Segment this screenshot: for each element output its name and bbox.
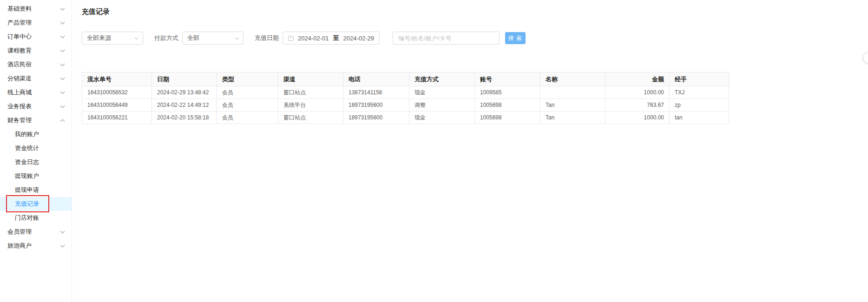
sidebar-item-course-education[interactable]: 课程教育 — [0, 44, 72, 58]
source-select[interactable]: 全部来源 — [82, 32, 143, 45]
chevron-down-icon — [60, 34, 65, 39]
chevron-down-icon — [60, 76, 65, 80]
payment-select-value: 全部 — [187, 34, 199, 42]
cell-method: 现金 — [409, 112, 475, 124]
sidebar-item-product-management[interactable]: 产品管理 — [0, 16, 72, 30]
chevron-down-icon — [135, 35, 138, 39]
cell-channel: 窗口站点 — [278, 86, 343, 99]
chevron-down-icon — [60, 6, 65, 11]
chevron-down-icon — [60, 20, 65, 25]
date-end-value: 2024-02-29 — [343, 35, 375, 42]
cell-serial: 1643100056221 — [82, 112, 152, 124]
source-select-value: 全部来源 — [87, 34, 111, 42]
cell-amount: 763.67 — [605, 99, 670, 112]
sidebar-item-label: 旅游商户 — [7, 242, 32, 250]
cell-method: 现金 — [409, 86, 475, 99]
payment-method-select[interactable]: 全部 — [182, 32, 243, 45]
sidebar-item-hotel-homestay[interactable]: 酒店民宿 — [0, 58, 72, 72]
table-row: 1643100056532 2024-02-29 13:48:42 会员 窗口站… — [82, 86, 729, 99]
sidebar-item-recharge-records[interactable]: 充值记录 — [0, 197, 72, 211]
sidebar-item-label: 基础资料 — [7, 5, 32, 13]
date-start-value: 2024-02-01 — [298, 35, 329, 42]
chevron-down-icon — [60, 62, 65, 66]
column-header-handler: 经手 — [670, 72, 729, 86]
column-header-amount: 金额 — [605, 72, 670, 86]
date-range-separator: 至 — [333, 34, 339, 42]
sidebar-item-label: 资金日志 — [15, 158, 39, 166]
column-header-name: 名称 — [540, 72, 605, 86]
recharge-records-table: 流水单号 日期 类型 渠道 电话 充值方式 账号 名称 金额 经手 164310… — [82, 72, 729, 124]
cell-handler: TXJ — [670, 86, 729, 99]
sidebar-item-label: 资金统计 — [15, 144, 39, 152]
table-header-row: 流水单号 日期 类型 渠道 电话 充值方式 账号 名称 金额 经手 — [82, 72, 729, 86]
chevron-down-icon — [60, 48, 65, 53]
payment-method-label: 付款方式 — [154, 34, 178, 42]
filter-bar: 全部来源 付款方式 全部 充值日期 2024-02-01 至 2024-02-2… — [82, 32, 868, 45]
chevron-down-icon — [60, 90, 65, 94]
sidebar-item-distribution-channel[interactable]: 分销渠道 — [0, 72, 72, 85]
chevron-down-icon — [60, 104, 65, 108]
cell-account: 1009585 — [475, 86, 540, 99]
cell-handler: zp — [670, 99, 729, 112]
cell-phone: 18973195600 — [343, 99, 409, 112]
sidebar-item-store-reconciliation[interactable]: 门店对账 — [0, 211, 72, 225]
date-range-picker[interactable]: 2024-02-01 至 2024-02-29 — [283, 32, 380, 45]
cell-channel: 系统平台 — [278, 99, 343, 112]
cell-name: Tan — [540, 99, 605, 112]
sidebar-item-label: 门店对账 — [15, 214, 39, 222]
sidebar-item-label: 我的账户 — [15, 130, 39, 138]
sidebar-item-travel-merchant[interactable]: 旅游商户 — [0, 239, 72, 253]
sidebar: 基础资料 产品管理 订单中心 课程教育 酒店民宿 分销渠道 线上商城 业务报表 — [0, 0, 72, 302]
sidebar-item-label: 提现账户 — [15, 172, 39, 180]
cell-type: 会员 — [217, 86, 278, 99]
sidebar-item-fund-statistics[interactable]: 资金统计 — [0, 141, 72, 155]
cell-name: Tan — [540, 112, 605, 124]
sidebar-item-basic-data[interactable]: 基础资料 — [0, 2, 72, 16]
cell-phone: 18973195600 — [343, 112, 409, 124]
cell-phone: 13873141156 — [343, 86, 409, 99]
sidebar-item-label: 产品管理 — [7, 19, 32, 27]
sidebar-item-withdraw-account[interactable]: 提现账户 — [0, 169, 72, 183]
cell-date: 2024-02-20 15:58:18 — [152, 112, 217, 124]
sidebar-item-business-reports[interactable]: 业务报表 — [0, 99, 72, 113]
search-button[interactable]: 搜 索 — [505, 32, 526, 44]
cell-type: 会员 — [217, 112, 278, 124]
cell-method: 调整 — [409, 99, 475, 112]
column-header-method: 充值方式 — [409, 72, 475, 86]
sidebar-item-withdraw-application[interactable]: 提现申请 — [0, 183, 72, 197]
cell-channel: 窗口站点 — [278, 112, 343, 124]
sidebar-item-label: 线上商城 — [7, 88, 32, 97]
sidebar-item-my-account[interactable]: 我的账户 — [0, 127, 72, 141]
sidebar-item-fund-log[interactable]: 资金日志 — [0, 155, 72, 169]
chevron-up-icon — [60, 119, 65, 124]
sidebar-item-label: 充值记录 — [15, 200, 39, 208]
cell-date: 2024-02-22 14:49:12 — [152, 99, 217, 112]
column-header-phone: 电话 — [343, 72, 409, 86]
sidebar-item-label: 会员管理 — [7, 228, 32, 236]
chevron-down-icon — [235, 35, 239, 39]
cell-date: 2024-02-29 13:48:42 — [152, 86, 217, 99]
sidebar-item-label: 课程教育 — [7, 46, 32, 55]
cell-name — [540, 86, 605, 99]
recharge-date-label: 充值日期 — [255, 34, 279, 42]
sidebar-item-online-mall[interactable]: 线上商城 — [0, 85, 72, 99]
sidebar-item-member-management[interactable]: 会员管理 — [0, 225, 72, 239]
sidebar-item-order-center[interactable]: 订单中心 — [0, 30, 72, 44]
column-header-serial: 流水单号 — [82, 72, 152, 86]
cell-amount: 1000.00 — [605, 86, 670, 99]
column-header-date: 日期 — [152, 72, 217, 86]
sidebar-item-finance-management[interactable]: 财务管理 — [0, 113, 72, 127]
table-row: 1643100056221 2024-02-20 15:58:18 会员 窗口站… — [82, 112, 729, 124]
table-row: 1643100056449 2024-02-22 14:49:12 会员 系统平… — [82, 99, 729, 112]
keyword-search-input[interactable] — [393, 32, 500, 45]
chevron-down-icon — [60, 243, 65, 248]
sidebar-item-label: 订单中心 — [7, 33, 32, 41]
chevron-down-icon — [60, 229, 65, 234]
cell-account: 1005698 — [475, 112, 540, 124]
page-title: 充值记录 — [82, 0, 868, 16]
app-root: 基础资料 产品管理 订单中心 课程教育 酒店民宿 分销渠道 线上商城 业务报表 — [0, 0, 868, 302]
column-header-type: 类型 — [217, 72, 278, 86]
column-header-account: 账号 — [475, 72, 540, 86]
cell-serial: 1643100056532 — [82, 86, 152, 99]
main-content: 充值记录 全部来源 付款方式 全部 充值日期 2024-02-01 至 2024… — [72, 0, 868, 302]
